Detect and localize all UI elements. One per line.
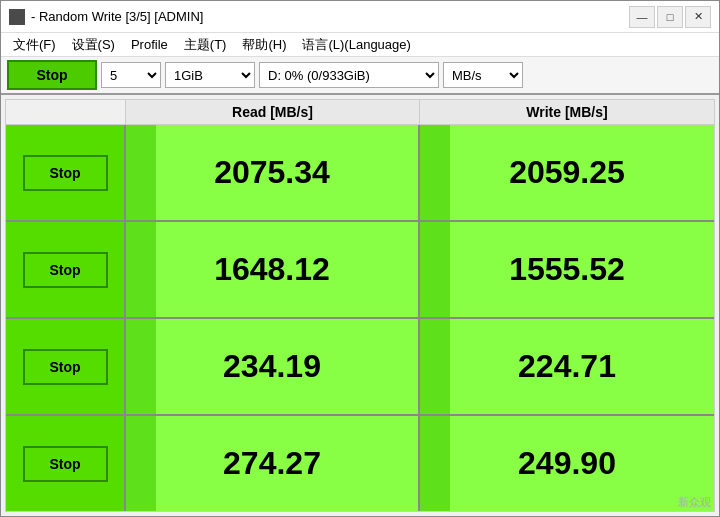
table-row: Stop 2075.34 2059.25 [6, 125, 714, 222]
table-row: Stop 1648.12 1555.52 [6, 222, 714, 319]
minimize-button[interactable]: — [629, 6, 655, 28]
menu-file[interactable]: 文件(F) [5, 34, 64, 56]
table-row: Stop 274.27 249.90 [6, 416, 714, 511]
title-controls: — □ ✕ [629, 6, 711, 28]
window-title: - Random Write [3/5] [ADMIN] [31, 9, 629, 24]
drive-select[interactable]: D: 0% (0/933GiB) [259, 62, 439, 88]
stop-button-3[interactable]: Stop [23, 349, 108, 385]
write-value-2: 1555.52 [420, 222, 714, 317]
main-window: - Random Write [3/5] [ADMIN] — □ ✕ 文件(F)… [0, 0, 720, 517]
stop-cell-2: Stop [6, 222, 126, 317]
stop-button-1[interactable]: Stop [23, 155, 108, 191]
stop-button-2[interactable]: Stop [23, 252, 108, 288]
title-bar: - Random Write [3/5] [ADMIN] — □ ✕ [1, 1, 719, 33]
watermark: 新众观 [678, 495, 711, 510]
maximize-button[interactable]: □ [657, 6, 683, 28]
stop-cell-3: Stop [6, 319, 126, 414]
count-select[interactable]: 5 1 2 3 10 [101, 62, 161, 88]
menu-language[interactable]: 语言(L)(Language) [294, 34, 418, 56]
table-row: Stop 234.19 224.71 [6, 319, 714, 416]
write-value-1: 2059.25 [420, 125, 714, 220]
close-button[interactable]: ✕ [685, 6, 711, 28]
menu-settings[interactable]: 设置(S) [64, 34, 123, 56]
stop-button-4[interactable]: Stop [23, 446, 108, 482]
table-header: Read [MB/s] Write [MB/s] [5, 99, 715, 124]
content-area: Read [MB/s] Write [MB/s] Stop 2075.34 20… [1, 95, 719, 516]
read-value-1: 2075.34 [126, 125, 420, 220]
unit-select[interactable]: MB/s GB/s IOPS [443, 62, 523, 88]
main-stop-button[interactable]: Stop [7, 60, 97, 90]
read-value-3: 234.19 [126, 319, 420, 414]
read-value-2: 1648.12 [126, 222, 420, 317]
menu-help[interactable]: 帮助(H) [234, 34, 294, 56]
menu-bar: 文件(F) 设置(S) Profile 主题(T) 帮助(H) 语言(L)(La… [1, 33, 719, 57]
data-table: Stop 2075.34 2059.25 Stop 1648.12 1555.5… [5, 124, 715, 512]
stop-cell-1: Stop [6, 125, 126, 220]
size-select[interactable]: 1GiB 512MiB 2GiB 4GiB [165, 62, 255, 88]
app-icon [9, 9, 25, 25]
menu-profile[interactable]: Profile [123, 35, 176, 54]
menu-theme[interactable]: 主题(T) [176, 34, 235, 56]
stop-cell-4: Stop [6, 416, 126, 511]
write-value-4: 249.90 [420, 416, 714, 511]
header-write: Write [MB/s] [420, 100, 714, 124]
read-value-4: 274.27 [126, 416, 420, 511]
header-empty [6, 100, 126, 124]
write-value-3: 224.71 [420, 319, 714, 414]
toolbar: Stop 5 1 2 3 10 1GiB 512MiB 2GiB 4GiB D:… [1, 57, 719, 95]
header-read: Read [MB/s] [126, 100, 420, 124]
